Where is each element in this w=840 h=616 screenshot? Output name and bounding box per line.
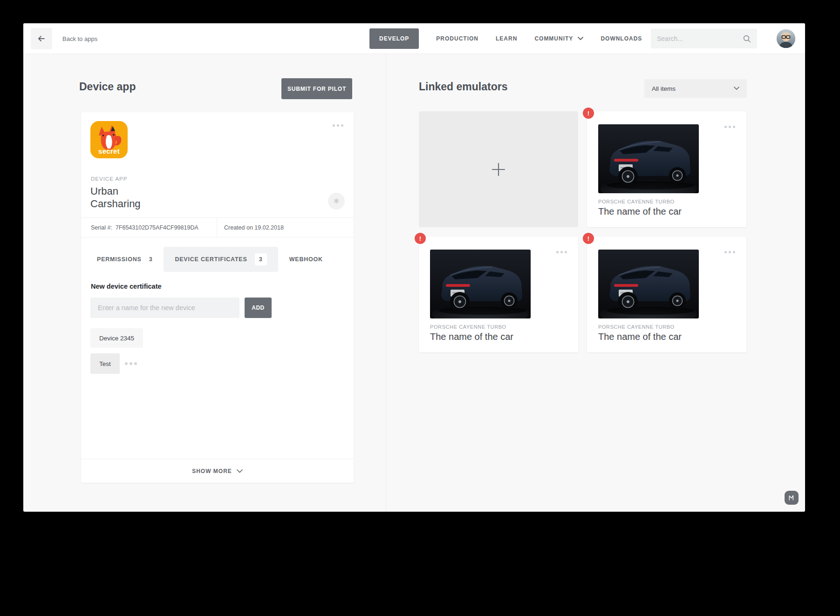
nav-item-community-label: COMMUNITY <box>534 35 573 42</box>
device-app-title: Device app <box>79 81 136 93</box>
linked-emulators-title: Linked emulators <box>419 81 507 93</box>
emulators-filter-dropdown[interactable]: All items <box>644 79 747 98</box>
tab-device-certificates-label: DEVICE CERTIFICATES <box>175 256 247 263</box>
emulator-name: The name of the car <box>430 332 513 342</box>
emulator-menu-button[interactable] <box>724 126 735 128</box>
chevron-down-icon <box>578 37 583 41</box>
chevron-down-icon <box>237 469 243 473</box>
emulator-car-image <box>598 250 699 318</box>
device-app-pane: Device app SUBMIT FOR PILOT <box>23 54 386 512</box>
emulator-name: The name of the car <box>598 332 682 342</box>
tab-device-certificates-count: 3 <box>259 256 263 263</box>
screen: Back to apps DEVELOP PRODUCTION LEARN CO… <box>0 0 840 616</box>
certificate-chip-test[interactable]: Test <box>90 353 120 374</box>
show-more-button[interactable]: SHOW MORE <box>81 459 354 483</box>
emulator-model-label: PORSCHE CAYENNE TURBO <box>598 199 675 204</box>
new-certificate-row: ADD <box>90 298 272 318</box>
tab-webhook[interactable]: WEBHOOK <box>278 247 334 272</box>
certificate-test-menu-button[interactable] <box>125 362 137 365</box>
tab-permissions-count: 3 <box>149 256 153 263</box>
emulator-name: The name of the car <box>598 206 682 217</box>
search-icon[interactable] <box>743 34 751 43</box>
emulator-card[interactable]: ! PORSCHE CAYENNE TURBO The name of the … <box>419 237 578 352</box>
marvel-logo-badge[interactable] <box>785 491 799 505</box>
app-name-line1: Urban <box>90 185 141 197</box>
search-input[interactable] <box>657 35 743 42</box>
tab-webhook-label: WEBHOOK <box>289 256 323 263</box>
tab-device-certificates-count-badge: 3 <box>255 253 267 265</box>
show-more-label: SHOW MORE <box>192 468 232 474</box>
add-button[interactable]: ADD <box>245 298 272 318</box>
app-settings-button[interactable]: ✱ <box>328 193 345 210</box>
avatar[interactable] <box>777 29 795 48</box>
emulator-model-label: PORSCHE CAYENNE TURBO <box>598 324 675 330</box>
emulator-car-image <box>430 250 531 318</box>
avatar-image <box>777 29 795 48</box>
emulator-card[interactable]: ! PORSCHE CAYENNE TURBO The name of the … <box>587 237 746 352</box>
emulator-car-image <box>598 124 699 193</box>
nav-item-community[interactable]: COMMUNITY <box>534 35 583 42</box>
created-label: Created on 19.02.2018 <box>224 224 284 231</box>
marvel-m-icon <box>788 494 795 501</box>
app-icon: secret <box>90 121 128 158</box>
app-meta-row: Serial #: 7F6543102D75AF4CF99819DA Creat… <box>81 217 354 237</box>
search-box <box>651 29 757 48</box>
nav-item-learn[interactable]: LEARN <box>496 35 517 42</box>
linked-emulators-pane: Linked emulators All items <box>387 54 805 512</box>
card-menu-button[interactable] <box>333 124 343 127</box>
top-header: Back to apps DEVELOP PRODUCTION LEARN CO… <box>23 23 805 54</box>
add-emulator-tile[interactable] <box>419 111 578 227</box>
plus-icon <box>491 162 506 177</box>
alert-badge: ! <box>415 233 426 244</box>
app-name: Urban Carsharing <box>90 185 141 210</box>
app-icon-label: secret <box>90 147 128 155</box>
tab-device-certificates[interactable]: DEVICE CERTIFICATES 3 <box>164 247 278 272</box>
nav-item-downloads[interactable]: DOWNLOADS <box>601 35 642 42</box>
new-certificate-title: New device certificate <box>91 283 162 290</box>
emulator-menu-button[interactable] <box>556 251 567 253</box>
new-device-name-input[interactable] <box>90 298 239 318</box>
emulator-model-label: PORSCHE CAYENNE TURBO <box>430 324 506 330</box>
app-type-label: DEVICE APP <box>91 176 127 182</box>
created-cell: Created on 19.02.2018 <box>217 218 284 237</box>
arrow-left-icon <box>37 34 46 43</box>
emulators-grid: ! PORSCHE CAYENNE TURBO The name of the … <box>419 111 746 352</box>
submit-for-pilot-button[interactable]: SUBMIT FOR PILOT <box>281 78 352 99</box>
main-nav: DEVELOP PRODUCTION LEARN COMMUNITY DOWNL… <box>369 28 642 49</box>
back-to-apps-label[interactable]: Back to apps <box>62 23 97 54</box>
chevron-down-icon <box>734 87 739 90</box>
app-tabs: PERMISSIONS 3 DEVICE CERTIFICATES 3 WEBH… <box>86 247 334 272</box>
serial-label: Serial #: <box>91 224 112 231</box>
content-area: Device app SUBMIT FOR PILOT <box>23 54 805 512</box>
alert-badge: ! <box>583 233 594 244</box>
app-window: Back to apps DEVELOP PRODUCTION LEARN CO… <box>23 23 805 512</box>
asterisk-icon: ✱ <box>334 197 340 205</box>
back-button[interactable] <box>31 28 52 49</box>
tab-permissions[interactable]: PERMISSIONS 3 <box>86 247 164 272</box>
tab-permissions-label: PERMISSIONS <box>97 256 142 263</box>
serial-cell: Serial #: 7F6543102D75AF4CF99819DA <box>81 218 217 237</box>
nav-item-develop[interactable]: DEVELOP <box>369 28 419 49</box>
emulators-filter-value: All items <box>652 85 676 92</box>
emulator-menu-button[interactable] <box>724 251 735 253</box>
device-app-card: secret DEVICE APP Urban Carsharing ✱ Ser… <box>81 112 354 483</box>
app-name-line2: Carsharing <box>90 197 141 210</box>
nav-item-production[interactable]: PRODUCTION <box>436 35 478 42</box>
emulator-card[interactable]: ! PORSCHE CAYENNE TURBO The name of the … <box>587 111 746 227</box>
serial-value: 7F6543102D75AF4CF99819DA <box>116 224 198 231</box>
certificate-chip-device-2345[interactable]: Device 2345 <box>90 328 143 348</box>
alert-badge: ! <box>583 108 594 119</box>
